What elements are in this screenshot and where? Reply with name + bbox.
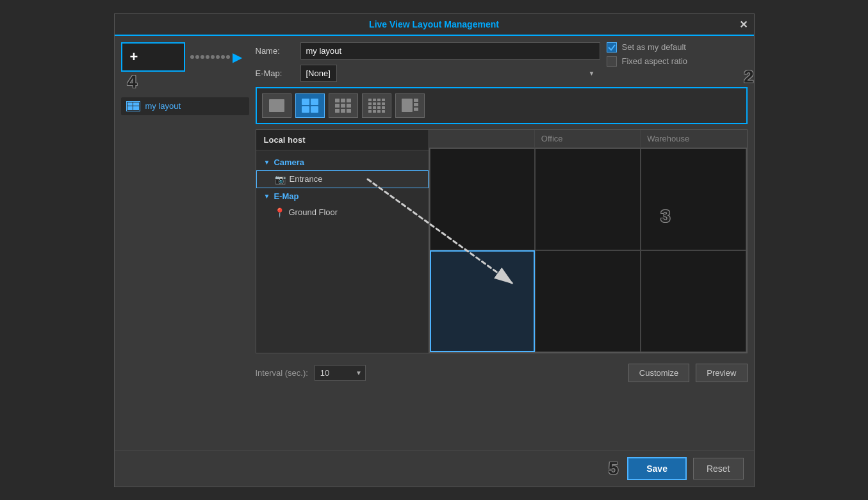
col-header-0 [429, 130, 535, 147]
layout-toolbar [256, 87, 748, 124]
camera-group-label: Camera [274, 157, 304, 167]
video-area: Office Warehouse [429, 130, 747, 353]
single-grid-icon [268, 98, 286, 113]
camera-entrance-label: Entrance [290, 174, 323, 184]
video-cell-0-2[interactable] [641, 149, 746, 250]
col-headers: Office Warehouse [429, 130, 747, 148]
emap-row: E-Map: [None] [256, 65, 600, 82]
svg-rect-16 [377, 99, 381, 101]
svg-rect-28 [377, 110, 381, 113]
interval-label: Interval (sec.): [256, 368, 308, 378]
fixed-aspect-checkbox[interactable] [607, 56, 617, 67]
pin-icon: 📍 [274, 207, 285, 218]
layout-item-name: my layout [145, 101, 181, 111]
camera-group[interactable]: ▼ Camera [256, 154, 429, 170]
step5-label: 5 [609, 458, 619, 479]
dot4 [206, 55, 209, 59]
name-row: Name: [256, 42, 600, 60]
save-button[interactable]: Save [627, 457, 687, 480]
set-default-row: Set as my default [607, 42, 686, 52]
interval-select[interactable]: 10 [315, 365, 366, 381]
customize-button[interactable]: Customize [628, 364, 689, 382]
emap-ground-floor-label: Ground Floor [289, 207, 338, 217]
video-cell-1-0[interactable] [430, 250, 536, 352]
dot6 [216, 55, 220, 59]
camera-entrance-item[interactable]: 📷 Entrance [256, 170, 429, 188]
bottom-controls: Interval (sec.): 10 Customize Preview [256, 359, 748, 387]
layout-btn-single[interactable] [262, 93, 291, 118]
source-header: Local host [256, 130, 429, 150]
step2-label: 2 [744, 67, 754, 87]
dot3 [201, 55, 204, 59]
svg-rect-24 [377, 106, 381, 109]
svg-rect-7 [347, 99, 351, 102]
step4-label: 4 [127, 72, 138, 92]
svg-rect-13 [347, 109, 351, 113]
emap-group-label: E-Map [274, 191, 299, 201]
svg-rect-21 [382, 102, 385, 105]
form-header-area: Name: E-Map: [None] [256, 42, 748, 82]
camera-small-icon: 📷 [275, 174, 286, 184]
emap-group[interactable]: ▼ E-Map [256, 188, 429, 204]
fixed-aspect-row: Fixed aspect ratio [607, 56, 688, 67]
svg-rect-6 [341, 99, 345, 102]
video-cell-1-2[interactable] [641, 250, 746, 352]
layout-btn-film[interactable] [395, 93, 425, 118]
dialog-title: Live View Layout Management [369, 19, 499, 29]
title-bar: Live View Layout Management ✕ [115, 14, 754, 36]
icon-cell-1 [127, 102, 133, 106]
svg-rect-30 [402, 99, 413, 112]
emap-select-wrapper: [None] [300, 65, 600, 82]
svg-rect-14 [368, 99, 372, 101]
set-default-checkbox[interactable] [607, 42, 617, 52]
layout-btn-2x2[interactable] [295, 93, 325, 118]
layout-btn-3x3[interactable] [329, 93, 358, 118]
layout-item[interactable]: my layout [121, 97, 249, 115]
top-right-options: Set as my default Fixed aspect ratio [607, 42, 748, 67]
svg-rect-11 [335, 109, 340, 113]
interval-select-wrapper: 10 [315, 365, 366, 381]
svg-rect-15 [373, 99, 376, 101]
reset-button[interactable]: Reset [693, 458, 744, 480]
video-cell-0-0[interactable] [430, 149, 536, 250]
svg-rect-0 [269, 99, 284, 112]
emap-triangle-icon: ▼ [264, 193, 270, 200]
layout-btn-4x4[interactable] [362, 93, 391, 118]
svg-rect-1 [302, 99, 309, 105]
video-cell-0-1[interactable] [535, 149, 641, 250]
svg-rect-23 [373, 106, 376, 109]
layout-icon [126, 101, 140, 111]
svg-rect-10 [347, 104, 351, 108]
col-header-office: Office [535, 130, 641, 147]
icon-cell-4 [133, 106, 139, 110]
name-emap-section: Name: E-Map: [None] [256, 42, 600, 82]
add-layout-button[interactable]: + [121, 42, 185, 72]
top-row: + ▶ [121, 42, 249, 72]
svg-rect-8 [335, 104, 340, 108]
video-cell-1-1[interactable] [535, 250, 641, 352]
2x2-grid-icon [301, 98, 319, 113]
source-panel: Local host ▼ Camera 📷 Entrance [256, 130, 429, 353]
svg-rect-18 [368, 102, 372, 105]
emap-select[interactable]: [None] [300, 65, 337, 82]
svg-rect-3 [302, 106, 309, 113]
content-wrapper: Local host ▼ Camera 📷 Entrance [256, 129, 748, 353]
right-panel: Name: E-Map: [None] [256, 42, 748, 444]
svg-rect-17 [382, 99, 385, 101]
video-grid [429, 148, 747, 353]
emap-label: E-Map: [256, 69, 294, 78]
name-input[interactable] [300, 42, 600, 60]
icon-cell-3 [127, 106, 133, 110]
3x3-grid-icon [334, 98, 352, 113]
preview-button[interactable]: Preview [696, 364, 747, 382]
close-button[interactable]: ✕ [739, 18, 748, 30]
svg-rect-2 [311, 99, 318, 105]
dialog-container: Live View Layout Management ✕ + [114, 13, 755, 487]
dot2 [195, 55, 199, 59]
emap-ground-floor-item[interactable]: 📍 Ground Floor [256, 204, 429, 221]
set-default-label: Set as my default [622, 42, 686, 52]
film-grid-icon [401, 98, 419, 113]
dot1 [190, 55, 194, 59]
svg-rect-31 [414, 99, 418, 102]
dot8 [226, 55, 230, 59]
